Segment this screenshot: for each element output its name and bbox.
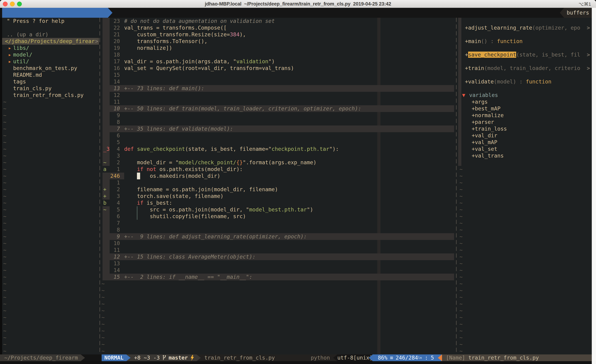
tilde-marker: ~ — [3, 206, 6, 213]
nerdtree-file-name[interactable]: train_retr_from_cls.py — [13, 92, 83, 99]
tagbar-item[interactable]: +save_checkpoint(state, is_best, fil> — [2, 51, 592, 58]
nerdtree-dir-name[interactable]: util/ — [13, 58, 29, 65]
sign-column-cell — [103, 139, 110, 146]
code-text: val_dir = os.path.join(args.data, "valid… — [124, 58, 275, 65]
scrollbar[interactable] — [592, 8, 596, 364]
nerdtree-file-name[interactable]: train_cls.py — [13, 85, 52, 92]
mode-indicator: NORMAL — [102, 354, 126, 361]
tab-train-retr-from-cls[interactable]: 1. train_retr_from_cls.py — [2, 8, 108, 18]
fold-line[interactable]: 13+-- 73 lines: def main(): — [2, 85, 592, 92]
nerdtree-dir-name[interactable]: model/ — [13, 51, 32, 58]
tilde-marker: ~ — [459, 233, 463, 240]
tag-token: () : — [481, 38, 497, 44]
window-separator-left[interactable] — [99, 18, 100, 354]
dir-arrow-icon[interactable]: ▸ — [8, 51, 11, 58]
tilde-marker: ~ — [3, 348, 6, 354]
line-number: 9 — [110, 233, 120, 240]
tilde-marker: ~ — [459, 287, 463, 294]
tagbar-empty-line: ~ — [2, 307, 592, 314]
line-number: 1 — [110, 179, 120, 186]
fold-open-triangle-icon[interactable]: ▼ — [462, 92, 465, 99]
line-position: 246/284 — [395, 354, 418, 361]
dir-arrow-icon[interactable]: ▸ — [8, 45, 11, 51]
tagbar-item[interactable]: +normalize — [2, 112, 592, 119]
code-token: save_checkpoint — [137, 146, 185, 152]
powerline-arrow-icon — [81, 354, 85, 361]
tagbar-variable-name[interactable]: +parser — [472, 119, 494, 125]
tagbar-variable-name[interactable]: +val_set — [472, 146, 497, 153]
code-token: os.makedirs(model_dir) — [124, 173, 220, 179]
window-separator-right[interactable] — [456, 18, 457, 354]
lightning-icon — [190, 355, 194, 361]
tagbar-tag-text[interactable]: +train(model, train_loader, criterio — [465, 65, 580, 72]
tilde-marker: ~ — [459, 213, 463, 220]
tagbar-gutter-strip — [458, 18, 461, 166]
line-number: 2 — [110, 186, 120, 193]
tagbar-empty-line: ~ — [2, 226, 592, 233]
code-token: filename = os.path.join(model_dir, filen… — [124, 186, 278, 192]
nerdtree-dir-name[interactable]: libs/ — [13, 45, 29, 51]
tilde-marker: ~ — [3, 321, 6, 328]
code-line[interactable]: 15 — [2, 72, 592, 78]
tag-token: +train — [465, 65, 484, 71]
tagbar-variable-name[interactable]: +normalize — [472, 112, 504, 119]
powerline-arrow-icon — [197, 354, 201, 361]
tagbar-tag-text[interactable]: +adjust_learning_rate(optimizer, epo — [465, 24, 580, 31]
tagbar-variable-name[interactable]: +val_dir — [472, 132, 497, 139]
tilde-marker: ~ — [101, 314, 105, 321]
tagbar-item[interactable]: +validate(model) : function — [2, 78, 592, 85]
tagbar-variable-name[interactable]: +args — [472, 99, 488, 105]
tagbar-empty-line: ~ — [2, 247, 592, 253]
code-line[interactable]: 19 normalize]) — [2, 45, 592, 51]
tagbar-variable-name[interactable]: +val_mAP — [472, 139, 497, 146]
code-line[interactable]: 21 custom_transform.Resize(size=384), — [2, 31, 592, 38]
nerdtree-file-name[interactable]: README.md — [13, 72, 42, 78]
minimize-button-icon[interactable] — [10, 2, 15, 6]
tagbar-section[interactable]: ▼variables — [2, 92, 592, 99]
tagbar-tag-text[interactable]: +validate(model) : function — [465, 78, 551, 85]
sign-column-cell — [103, 267, 110, 274]
tagbar-tag-text[interactable]: +main() : function — [465, 38, 522, 45]
tagbar-item[interactable]: +train(model, train_loader, criterio> — [2, 65, 592, 72]
nerdtree-updir[interactable]: .. (up a dir) — [7, 31, 48, 38]
code-token — [124, 200, 137, 206]
tagbar-variable-name[interactable]: +val_trans — [472, 153, 504, 159]
tilde-marker: ~ — [3, 173, 6, 179]
tagbar-item[interactable]: +adjust_learning_rate(optimizer, epo> — [2, 24, 592, 31]
tagbar-item[interactable]: +args — [2, 99, 592, 105]
tagbar-item[interactable]: +val_dir — [2, 132, 592, 139]
tagbar-variable-name[interactable]: +best_mAP — [472, 105, 500, 112]
code-token: not — [147, 166, 156, 172]
sign-column-cell — [103, 132, 110, 139]
code-line[interactable]: 17val_dir = os.path.join(args.data, "val… — [2, 58, 592, 65]
tilde-marker: ~ — [101, 348, 105, 354]
vim-tabline: 1. train_retr_from_cls.py buffers — [0, 8, 596, 18]
tilde-marker: ~ — [101, 287, 105, 294]
line-number: 7 — [110, 125, 120, 132]
zoom-button-icon[interactable] — [17, 2, 22, 6]
tag-token: save_checkpoint — [468, 51, 516, 58]
line-number: 9 — [110, 112, 120, 119]
dir-arrow-icon[interactable]: ▸ — [8, 58, 11, 65]
sign-column-cell — [103, 240, 110, 247]
sign-column-cell — [103, 24, 110, 31]
tagbar-item[interactable]: +val_mAP — [2, 139, 592, 146]
tagbar-variable-name[interactable]: +train_loss — [472, 125, 507, 132]
nerdtree-root-path[interactable]: </jdhao/Projects/deep_firear — [5, 38, 95, 45]
nerdtree-file-name[interactable]: benchmark_on_test.py — [13, 65, 77, 72]
tagbar-tag-text[interactable]: +save_checkpoint(state, is_best, fil — [465, 51, 580, 58]
tilde-marker: ~ — [3, 125, 6, 132]
nerdtree-file-name[interactable]: tags — [13, 78, 26, 85]
line-number: 1 — [110, 166, 120, 173]
buffers-arrow-separator-icon — [560, 8, 564, 18]
tagbar-item[interactable]: +parser — [2, 119, 592, 125]
line-number: 5 — [110, 206, 120, 213]
code-line[interactable]: 23# do not do data augmentation on valid… — [2, 18, 592, 24]
nerdtree-help-text: " Press ? for help — [7, 18, 64, 24]
tagbar-empty-line: ~ — [2, 328, 592, 334]
tilde-marker: ~ — [3, 328, 6, 334]
code-line[interactable]: ~2 model_dir = "model/check_point/{}".fo… — [2, 159, 592, 166]
statusline-file-section: train_retr_from_cls.py python — [197, 354, 337, 361]
close-button-icon[interactable] — [3, 2, 8, 6]
tagbar-item[interactable]: +val_trans — [2, 153, 592, 159]
